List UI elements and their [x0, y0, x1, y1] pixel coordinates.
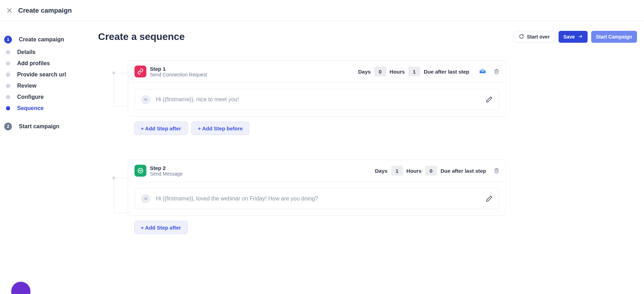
sidebar-item-label: Configure	[17, 94, 44, 100]
page-title: Create a sequence	[98, 31, 185, 42]
due-label: Due after last step	[424, 69, 469, 75]
sidebar-item-add-profiles[interactable]: Add profiles	[5, 58, 98, 69]
sequence-area: Step 1Send Connection RequestDaysHoursDu…	[98, 60, 637, 234]
start-over-label: Start over	[527, 34, 549, 40]
days-label: Days	[358, 69, 371, 75]
sidebar-item-provide-search-url[interactable]: Provide search url	[5, 69, 98, 80]
step-subtitle: Send Message	[150, 171, 182, 177]
step-card: Step 2Send MessageDaysHoursDue after las…	[128, 159, 506, 216]
message-row: Hi {{firstname}}, loved the webinar on F…	[134, 188, 499, 209]
delete-icon[interactable]	[494, 168, 499, 173]
mail-icon	[479, 68, 486, 75]
sidebar-item-sequence[interactable]: Sequence	[5, 103, 98, 114]
bullet-marker	[6, 61, 10, 66]
save-label: Save	[563, 34, 575, 40]
message-text: Hi {{firstname}}, nice to meet you!	[156, 96, 480, 103]
bullet-marker	[6, 84, 10, 88]
svg-point-7	[140, 170, 141, 171]
save-button[interactable]: Save	[559, 31, 588, 43]
start-campaign-label: Start Campaign	[596, 34, 632, 40]
bullet-marker	[6, 73, 10, 77]
bullet-marker	[6, 95, 10, 99]
step-title: Step 1	[150, 66, 207, 72]
page-header-title: Create campaign	[18, 7, 72, 14]
action-bar: Start over Save Start Campaign	[514, 31, 637, 43]
drag-handle-icon[interactable]	[141, 194, 150, 203]
edit-icon[interactable]	[486, 195, 493, 202]
start-campaign-button[interactable]: Start Campaign	[591, 31, 637, 43]
step-header: Step 1Send Connection RequestDaysHoursDu…	[128, 61, 506, 83]
message-icon	[134, 165, 146, 177]
hours-label: Hours	[407, 168, 422, 174]
floating-action-button[interactable]	[11, 282, 30, 294]
sidebar-item-label: Details	[17, 49, 35, 55]
add-step-row: + Add Step after+ Add Step before	[128, 122, 506, 135]
start-over-button[interactable]: Start over	[514, 31, 555, 43]
message-row: Hi {{firstname}}, nice to meet you!	[134, 89, 499, 110]
step-timing: DaysHoursDue after last step	[375, 166, 499, 176]
connector-line	[114, 73, 129, 106]
connector-dot	[112, 71, 115, 74]
top-bar: Create campaign	[0, 0, 644, 21]
svg-point-8	[141, 170, 142, 171]
days-input[interactable]	[391, 166, 403, 176]
connection-icon	[134, 66, 146, 77]
sidebar-item-label: Sequence	[17, 105, 44, 111]
drag-handle-icon[interactable]	[141, 95, 150, 104]
days-input[interactable]	[374, 67, 386, 76]
add-step-after-button[interactable]: + Add Step after	[134, 122, 188, 135]
sidebar-item-details[interactable]: Details	[5, 47, 98, 58]
hours-input[interactable]	[408, 67, 420, 76]
hours-input[interactable]	[425, 166, 437, 176]
add-step-before-button[interactable]: + Add Step before	[191, 122, 249, 135]
days-label: Days	[375, 168, 388, 174]
step-header: Step 2Send MessageDaysHoursDue after las…	[128, 160, 506, 182]
step-number-badge: 2	[4, 123, 12, 130]
add-step-row: + Add Step after	[128, 221, 506, 234]
sidebar-item-label: Create campaign	[19, 36, 64, 43]
step-number-badge: 1	[4, 36, 12, 43]
close-icon[interactable]	[6, 7, 13, 14]
sidebar-section-start-campaign[interactable]: 2Start campaign	[5, 120, 98, 133]
message-text: Hi {{firstname}}, loved the webinar on F…	[156, 196, 480, 202]
sidebar-item-review[interactable]: Review	[5, 80, 98, 91]
edit-icon[interactable]	[486, 96, 493, 103]
add-step-after-button[interactable]: + Add Step after	[134, 221, 188, 234]
step-timing: DaysHoursDue after last step	[358, 67, 499, 76]
step-card: Step 1Send Connection RequestDaysHoursDu…	[128, 60, 506, 117]
connector-dot	[112, 177, 115, 179]
sidebar-item-label: Start campaign	[19, 123, 60, 130]
hours-label: Hours	[390, 69, 405, 75]
sidebar-section-create-campaign[interactable]: 1Create campaign	[5, 33, 98, 46]
connector-line	[114, 178, 129, 213]
due-label: Due after last step	[441, 168, 486, 174]
sidebar-item-label: Provide search url	[17, 71, 66, 78]
sidebar-item-label: Review	[17, 83, 36, 89]
sidebar-item-configure[interactable]: Configure	[5, 91, 98, 103]
arrow-right-icon	[578, 34, 583, 40]
svg-point-6	[139, 170, 140, 171]
bullet-marker	[6, 106, 10, 110]
bullet-marker	[6, 50, 10, 54]
refresh-icon	[519, 34, 524, 40]
delete-icon[interactable]	[494, 69, 499, 74]
step-subtitle: Send Connection Request	[150, 72, 207, 77]
step-title: Step 2	[150, 165, 182, 171]
sidebar-item-label: Add profiles	[17, 60, 50, 67]
sidebar: 1Create campaignDetailsAdd profilesProvi…	[0, 21, 98, 259]
